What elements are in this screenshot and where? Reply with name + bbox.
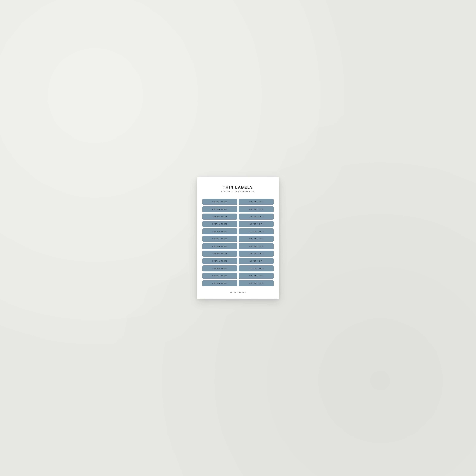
label-text: CUSTOM TEXTS [212, 201, 228, 203]
label-text: CUSTOM TEXTS [249, 275, 264, 277]
label-text: CUSTOM TEXTS [212, 260, 228, 262]
label-text: CUSTOM TEXTS [249, 208, 264, 210]
label-text: CUSTOM TEXTS [249, 201, 264, 203]
label-text: CUSTOM TEXTS [212, 282, 228, 284]
label-text: CUSTOM TEXTS [249, 223, 264, 225]
label-item[interactable]: CUSTOM TEXTS [202, 221, 237, 227]
label-text: CUSTOM TEXTS [249, 238, 264, 239]
card-footer: DAISY PAPERS [230, 291, 246, 293]
label-item[interactable]: CUSTOM TEXTS [239, 243, 274, 249]
label-item[interactable]: CUSTOM TEXTS [202, 265, 237, 272]
label-item[interactable]: CUSTOM TEXTS [202, 236, 237, 242]
label-text: CUSTOM TEXTS [249, 231, 264, 232]
label-text: CUSTOM TEXTS [249, 268, 264, 269]
label-item[interactable]: CUSTOM TEXTS [239, 265, 274, 272]
card-title: THIN LABELS [221, 185, 255, 189]
label-item[interactable]: CUSTOM TEXTS [239, 199, 274, 205]
label-text: CUSTOM TEXTS [212, 238, 228, 239]
label-item[interactable]: CUSTOM TEXTS [239, 280, 274, 286]
label-item[interactable]: CUSTOM TEXTS [239, 273, 274, 279]
label-item[interactable]: CUSTOM TEXTS [202, 228, 237, 235]
label-text: CUSTOM TEXTS [212, 245, 228, 247]
label-item[interactable]: CUSTOM TEXTS [202, 206, 237, 212]
label-item[interactable]: CUSTOM TEXTS [239, 251, 274, 257]
label-text: CUSTOM TEXTS [212, 268, 228, 269]
label-item[interactable]: CUSTOM TEXTS [202, 199, 237, 205]
label-text: CUSTOM TEXTS [212, 223, 228, 225]
label-text: CUSTOM TEXTS [249, 282, 264, 284]
label-text: CUSTOM TEXTS [249, 216, 264, 217]
label-text: CUSTOM TEXTS [249, 253, 264, 255]
label-text: CUSTOM TEXTS [212, 216, 228, 217]
label-item[interactable]: CUSTOM TEXTS [202, 273, 237, 279]
product-card: THIN LABELS CUSTOM TEXTS | STORMY BLUE C… [197, 177, 279, 299]
labels-grid: CUSTOM TEXTSCUSTOM TEXTSCUSTOM TEXTSCUST… [202, 199, 274, 286]
label-item[interactable]: CUSTOM TEXTS [239, 214, 274, 220]
label-item[interactable]: CUSTOM TEXTS [202, 251, 237, 257]
label-text: CUSTOM TEXTS [249, 260, 264, 262]
label-text: CUSTOM TEXTS [212, 231, 228, 232]
card-header: THIN LABELS CUSTOM TEXTS | STORMY BLUE [221, 185, 255, 192]
label-item[interactable]: CUSTOM TEXTS [239, 258, 274, 264]
card-subtitle: CUSTOM TEXTS | STORMY BLUE [221, 191, 255, 192]
label-item[interactable]: CUSTOM TEXTS [202, 243, 237, 249]
label-item[interactable]: CUSTOM TEXTS [202, 280, 237, 286]
label-item[interactable]: CUSTOM TEXTS [239, 206, 274, 212]
label-text: CUSTOM TEXTS [212, 208, 228, 210]
label-item[interactable]: CUSTOM TEXTS [202, 258, 237, 264]
label-text: CUSTOM TEXTS [212, 253, 228, 255]
label-text: CUSTOM TEXTS [212, 275, 228, 277]
label-item[interactable]: CUSTOM TEXTS [202, 214, 237, 220]
brand-name: DAISY PAPERS [230, 291, 246, 293]
label-text: CUSTOM TEXTS [249, 245, 264, 247]
page-wrapper: THIN LABELS CUSTOM TEXTS | STORMY BLUE C… [189, 169, 287, 307]
label-item[interactable]: CUSTOM TEXTS [239, 221, 274, 227]
label-item[interactable]: CUSTOM TEXTS [239, 228, 274, 235]
label-item[interactable]: CUSTOM TEXTS [239, 236, 274, 242]
